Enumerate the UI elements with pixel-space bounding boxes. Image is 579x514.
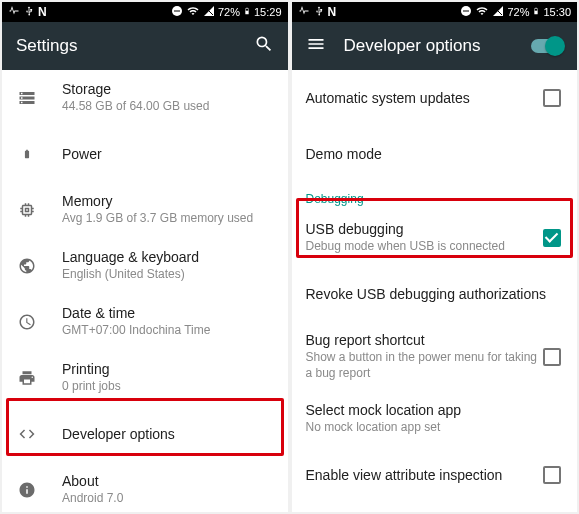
battery-icon bbox=[243, 5, 251, 19]
svg-rect-5 bbox=[535, 9, 538, 11]
item-sub: 44.58 GB of 64.00 GB used bbox=[62, 99, 272, 115]
dnd-icon bbox=[171, 5, 183, 19]
item-label: Power bbox=[62, 146, 272, 162]
n-icon: N bbox=[328, 5, 337, 19]
list-item-viewattr[interactable]: Enable view attribute inspection bbox=[292, 447, 578, 503]
list-item-autoupdate[interactable]: Automatic system updates bbox=[292, 70, 578, 126]
clock-text: 15:29 bbox=[254, 6, 282, 18]
battery-icon bbox=[16, 145, 38, 163]
storage-icon bbox=[16, 89, 38, 107]
usb-icon bbox=[24, 5, 34, 19]
status-bar: N 72% 15:29 bbox=[2, 2, 288, 22]
dnd-icon bbox=[460, 5, 472, 19]
item-label: About bbox=[62, 473, 272, 489]
item-label: USB debugging bbox=[306, 221, 544, 237]
memory-icon bbox=[16, 201, 38, 219]
clock-text: 15:30 bbox=[543, 6, 571, 18]
page-title: Settings bbox=[16, 36, 236, 56]
activity-icon bbox=[8, 5, 20, 19]
list-item-printing[interactable]: Printing0 print jobs bbox=[2, 350, 288, 406]
app-bar: Developer options bbox=[292, 22, 578, 70]
list-item-mockloc[interactable]: Select mock location appNo mock location… bbox=[292, 391, 578, 447]
item-sub: 0 print jobs bbox=[62, 379, 272, 395]
activity-icon bbox=[298, 5, 310, 19]
page-title: Developer options bbox=[344, 36, 514, 56]
item-label: Date & time bbox=[62, 305, 272, 321]
status-bar: N 72% 15:30 bbox=[292, 2, 578, 22]
item-label: Printing bbox=[62, 361, 272, 377]
checkbox[interactable] bbox=[543, 466, 561, 484]
usb-icon bbox=[314, 5, 324, 19]
checkbox[interactable] bbox=[543, 229, 561, 247]
item-label: Developer options bbox=[62, 426, 272, 442]
globe-icon bbox=[16, 257, 38, 275]
item-label: Select mock location app bbox=[306, 402, 562, 418]
battery-percent: 72% bbox=[507, 6, 529, 18]
list-item-language[interactable]: Language & keyboardEnglish (United State… bbox=[2, 238, 288, 294]
item-label: Enable view attribute inspection bbox=[306, 467, 544, 483]
list-item-usbdebug[interactable]: USB debuggingDebug mode when USB is conn… bbox=[292, 210, 578, 266]
master-toggle[interactable] bbox=[531, 39, 563, 53]
clock-icon bbox=[16, 313, 38, 331]
section-debugging: Debugging bbox=[292, 182, 578, 210]
list-item-bugreport[interactable]: Bug report shortcutShow a button in the … bbox=[292, 322, 578, 391]
devoptions-list: Automatic system updates Demo mode Debug… bbox=[292, 70, 578, 512]
list-item-memory[interactable]: MemoryAvg 1.9 GB of 3.7 GB memory used bbox=[2, 182, 288, 238]
item-sub: Avg 1.9 GB of 3.7 GB memory used bbox=[62, 211, 272, 227]
list-item-revoke[interactable]: Revoke USB debugging authorizations bbox=[292, 266, 578, 322]
list-item-storage[interactable]: Storage44.58 GB of 64.00 GB used bbox=[2, 70, 288, 126]
item-label: Memory bbox=[62, 193, 272, 209]
item-sub: No mock location app set bbox=[306, 420, 562, 436]
item-label: Language & keyboard bbox=[62, 249, 272, 265]
wifi-icon bbox=[475, 5, 489, 19]
item-sub: Android 7.0 bbox=[62, 491, 272, 507]
list-item-demomode[interactable]: Demo mode bbox=[292, 126, 578, 182]
svg-rect-1 bbox=[174, 11, 180, 12]
app-bar: Settings bbox=[2, 22, 288, 70]
settings-screen: N 72% 15:29 Settings Storage44.58 GB of … bbox=[2, 2, 288, 512]
list-item-debugapp[interactable]: Select debug appNo debug application set bbox=[292, 503, 578, 512]
checkbox[interactable] bbox=[543, 348, 561, 366]
menu-icon[interactable] bbox=[306, 34, 326, 58]
svg-rect-2 bbox=[246, 9, 249, 11]
item-label: Storage bbox=[62, 81, 272, 97]
item-sub: Debug mode when USB is connected bbox=[306, 239, 544, 255]
battery-icon bbox=[532, 5, 540, 19]
item-sub: English (United States) bbox=[62, 267, 272, 283]
item-label: Demo mode bbox=[306, 146, 562, 162]
item-label: Bug report shortcut bbox=[306, 332, 544, 348]
search-icon[interactable] bbox=[254, 34, 274, 58]
checkbox[interactable] bbox=[543, 89, 561, 107]
settings-list: Storage44.58 GB of 64.00 GB used Power M… bbox=[2, 70, 288, 512]
battery-percent: 72% bbox=[218, 6, 240, 18]
signal-icon bbox=[203, 5, 215, 19]
wifi-icon bbox=[186, 5, 200, 19]
list-item-datetime[interactable]: Date & timeGMT+07:00 Indochina Time bbox=[2, 294, 288, 350]
devoptions-screen: N 72% 15:30 Developer options Automatic … bbox=[292, 2, 578, 512]
code-icon bbox=[16, 425, 38, 443]
n-icon: N bbox=[38, 5, 47, 19]
print-icon bbox=[16, 369, 38, 387]
list-item-devoptions[interactable]: Developer options bbox=[2, 406, 288, 462]
item-sub: Show a button in the power menu for taki… bbox=[306, 350, 544, 381]
item-label: Automatic system updates bbox=[306, 90, 544, 106]
item-sub: GMT+07:00 Indochina Time bbox=[62, 323, 272, 339]
list-item-about[interactable]: AboutAndroid 7.0 bbox=[2, 462, 288, 512]
list-item-power[interactable]: Power bbox=[2, 126, 288, 182]
item-label: Revoke USB debugging authorizations bbox=[306, 286, 562, 302]
info-icon bbox=[16, 481, 38, 499]
signal-icon bbox=[492, 5, 504, 19]
svg-rect-4 bbox=[463, 11, 469, 12]
